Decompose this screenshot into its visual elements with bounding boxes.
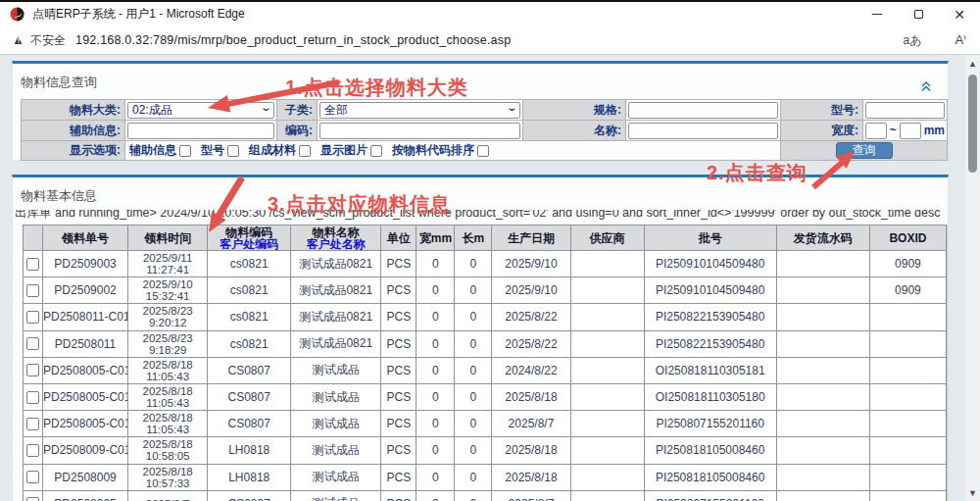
option-label: 型号: [201, 142, 224, 159]
cell-width_mm: 0: [416, 251, 455, 277]
cell-prod_date: 2025/8/7: [492, 411, 570, 437]
cell-boxid: [869, 464, 946, 490]
table-row[interactable]: PD25080092025/8/1810:57:33LH0818测试成品PCS0…: [24, 464, 947, 490]
cell-prod_date: 2025/9/10: [492, 251, 570, 277]
option-checkbox[interactable]: [179, 145, 191, 157]
material-info-panel: 物料基本信息 出库单 and running_time> 2024/9/10 1…: [12, 175, 949, 501]
cell-batch: PI250818105008460: [644, 437, 776, 464]
table-row[interactable]: PD2508005-C012025/8/1811:05:43CS0807测试成品…: [24, 411, 947, 437]
cell-serial: [776, 357, 869, 383]
width-max-input[interactable]: [900, 123, 921, 139]
name-input[interactable]: [628, 123, 778, 139]
cell-length_m: 0: [455, 304, 492, 330]
category-select[interactable]: 02:成品 ⌄: [127, 102, 274, 119]
cell-serial: [776, 490, 869, 501]
spec-input[interactable]: [628, 102, 778, 119]
option-checkbox[interactable]: [299, 145, 311, 157]
cell-batch: PI250910104509480: [644, 251, 776, 277]
row-checkbox[interactable]: [26, 444, 39, 457]
annotation-step1: 1.点击选择物料大类: [285, 75, 468, 101]
titlebar[interactable]: 点晴ERP子系统 - 用户1 - Microsoft Edge ✕: [0, 2, 980, 26]
width-tilde: ~: [890, 124, 897, 137]
model-input[interactable]: [865, 102, 945, 119]
cell-order: PD2508005-C01: [43, 357, 128, 383]
row-checkbox[interactable]: [26, 364, 39, 376]
subclass-select[interactable]: 全部 ⌄: [319, 102, 520, 119]
option-checkbox[interactable]: [370, 145, 382, 157]
security-label[interactable]: 不安全: [30, 32, 66, 49]
cell-supplier: [570, 357, 644, 383]
search-button[interactable]: 查询: [836, 142, 893, 159]
scroll-down-icon[interactable]: ▼: [948, 492, 949, 501]
cell-code: LH0818: [208, 464, 291, 490]
cell-unit: PCS: [381, 277, 416, 304]
col-header-0: [24, 225, 43, 251]
option-label: 按物料代码排序: [392, 142, 474, 159]
cell-name: 测试成品: [291, 437, 381, 464]
collapse-panel-icon[interactable]: [920, 81, 932, 92]
cell-unit: PCS: [381, 411, 416, 437]
option-checkbox[interactable]: [477, 145, 489, 157]
maximize-button[interactable]: [898, 2, 939, 26]
col-header-12: BOXID: [869, 225, 946, 251]
page-scrollbar[interactable]: ▲ ▼: [965, 56, 980, 501]
table-row[interactable]: PD25080052025/8/7CS0807测试成品PCS002025/8/7…: [24, 490, 947, 501]
cell-supplier: [570, 251, 644, 277]
row-select-cell: [24, 330, 43, 357]
table-scrollbar[interactable]: ▲ ▼: [947, 225, 949, 501]
code-input[interactable]: [319, 123, 520, 139]
row-select-cell: [24, 383, 43, 410]
table-row[interactable]: PD2508011-C012025/8/239:20:12cs0821测试成品0…: [24, 304, 947, 330]
row-checkbox[interactable]: [26, 337, 39, 350]
scroll-up-icon[interactable]: ▲: [965, 59, 980, 69]
cell-name: 测试成品: [291, 357, 381, 383]
minimize-button[interactable]: [857, 2, 898, 26]
row-checkbox[interactable]: [26, 311, 39, 324]
display-option-2: 组成材料: [249, 142, 311, 159]
translate-icon[interactable]: aあ: [904, 32, 922, 49]
option-label: 组成材料: [249, 142, 296, 159]
cell-length_m: 0: [455, 464, 492, 490]
row-checkbox[interactable]: [26, 284, 39, 297]
insecure-warning-icon[interactable]: ▲ !: [12, 33, 25, 47]
cell-width_mm: 0: [416, 304, 455, 330]
page-scrollbar-thumb[interactable]: [968, 75, 977, 173]
close-button[interactable]: ✕: [939, 2, 980, 26]
cell-order: PD2508005: [43, 490, 128, 501]
cell-serial: [776, 277, 869, 304]
col-header-7: 长m: [455, 225, 492, 251]
row-select-cell: [24, 437, 43, 464]
row-checkbox[interactable]: [26, 497, 39, 501]
read-aloud-icon[interactable]: A⧽: [956, 32, 966, 47]
row-checkbox[interactable]: [26, 391, 39, 404]
scroll-up-icon[interactable]: ▲: [948, 227, 949, 236]
debug-sql-clip: 出库单 and running_time> 2024/9/10 10:05:30…: [15, 210, 944, 223]
cell-unit: PCS: [381, 251, 416, 277]
cell-supplier: [570, 437, 644, 464]
cell-name: 测试成品0821: [291, 251, 381, 277]
url-text[interactable]: 192.168.0.32:789/mis/mrp/boe_product_ret…: [75, 33, 511, 47]
table-row[interactable]: PD25090032025/9/1111:27:41cs0821测试成品0821…: [24, 251, 947, 277]
maximize-icon: [914, 10, 923, 19]
table-row[interactable]: PD2508005-C012025/8/1811:05:43CS0807测试成品…: [24, 383, 947, 410]
table-row[interactable]: PD2508009-C012025/8/1810:58:05LH0818测试成品…: [24, 437, 947, 464]
cell-time: 2025/8/239:18:29: [128, 330, 208, 357]
table-row[interactable]: PD25090022025/9/1015:32:41cs0821测试成品0821…: [24, 277, 947, 304]
width-min-input[interactable]: [865, 123, 887, 139]
cell-serial: [776, 251, 869, 277]
cell-length_m: 0: [455, 437, 492, 464]
option-checkbox[interactable]: [227, 145, 239, 157]
col-header-9: 供应商: [570, 225, 644, 251]
aux-info-input[interactable]: [127, 123, 274, 139]
spec-label: 规格:: [523, 100, 626, 121]
row-checkbox[interactable]: [26, 418, 39, 430]
col-header-8: 生产日期: [492, 225, 570, 251]
table-row[interactable]: PD25080112025/8/239:18:29cs0821测试成品0821P…: [24, 330, 947, 357]
address-bar[interactable]: ▲ ! 不安全 192.168.0.32:789/mis/mrp/boe_pro…: [0, 26, 980, 55]
cell-code: cs0821: [208, 277, 291, 304]
table-row[interactable]: PD2508005-C012025/8/1811:05:43CS0807测试成品…: [24, 357, 947, 383]
col-header-4: 物料名称客户处名称: [291, 225, 381, 251]
row-checkbox[interactable]: [26, 258, 39, 271]
row-checkbox[interactable]: [26, 471, 39, 483]
scroll-down-icon[interactable]: ▼: [965, 488, 980, 498]
